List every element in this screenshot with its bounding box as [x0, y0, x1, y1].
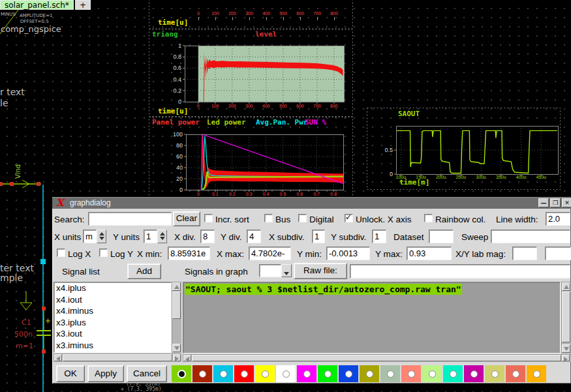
color-swatch[interactable]	[276, 365, 296, 382]
incr-sort-checkbox[interactable]	[204, 214, 213, 222]
signals-in-graph-select[interactable]	[259, 264, 281, 277]
signal-list-item[interactable]: x3.iminus	[54, 340, 171, 352]
svg-text:0.6: 0.6	[173, 65, 181, 71]
signal-list-item[interactable]: x4.iplus	[54, 282, 171, 294]
tab-solar-panel[interactable]: solar_panel.sch*	[0, 0, 74, 10]
scroll-down-button[interactable]	[562, 344, 570, 353]
ok-button[interactable]: OK	[56, 365, 85, 382]
scroll-up-button[interactable]	[172, 282, 181, 291]
signal-list-item[interactable]: x4.iminus	[54, 305, 171, 317]
svg-text:0: 0	[197, 11, 200, 16]
color-swatch[interactable]	[380, 365, 400, 382]
color-swatch[interactable]	[172, 365, 191, 382]
graph-triang-xlabel: time[u]	[158, 107, 188, 115]
y-units-spinner[interactable]	[157, 230, 167, 243]
search-input[interactable]	[88, 212, 172, 226]
color-swatch[interactable]	[339, 365, 358, 382]
raw-file-button[interactable]: Raw file:	[294, 263, 347, 279]
svg-text:400: 400	[262, 11, 270, 16]
spin-down-icon[interactable]	[99, 237, 104, 240]
x-div-input[interactable]: 8	[200, 230, 215, 243]
x-lab-mag-input[interactable]	[512, 247, 537, 260]
color-swatch[interactable]	[234, 365, 254, 382]
scrollbar-thumb[interactable]	[192, 355, 561, 361]
apply-button[interactable]: Apply	[87, 365, 124, 382]
new-tab-button[interactable]: +	[75, 0, 91, 10]
listbox-hscrollbar[interactable]	[54, 354, 181, 362]
digital-checkbox[interactable]	[298, 214, 307, 222]
scrollbar-thumb[interactable]	[172, 292, 181, 319]
selected-expression: "SAOUT; saout % 3 $netlist_dir/autozero_…	[185, 284, 462, 295]
color-swatch[interactable]	[506, 365, 525, 382]
spin-up-icon[interactable]	[160, 232, 165, 235]
svg-text:500: 500	[279, 11, 287, 16]
arrow-up-icon	[174, 285, 179, 289]
x-units-spinner[interactable]	[97, 230, 106, 243]
scroll-right-button[interactable]	[173, 354, 181, 361]
svg-text:0.2: 0.2	[229, 192, 236, 196]
y-units-value[interactable]: 1	[144, 230, 157, 243]
textarea-vscrollbar[interactable]	[561, 282, 571, 354]
color-swatch[interactable]	[255, 365, 275, 382]
maximize-button[interactable]: ❒	[550, 198, 561, 207]
y-div-input[interactable]: 4	[247, 230, 261, 243]
y-lab-mag-input[interactable]	[545, 247, 571, 260]
dataset-input[interactable]	[429, 230, 454, 243]
signal-list-item[interactable]: x4.iout	[54, 294, 171, 306]
textarea-hscrollbar[interactable]	[183, 354, 571, 362]
x-max-input[interactable]: 4.7802e-	[249, 247, 291, 260]
signal-list-item[interactable]: x3.iout	[54, 328, 171, 340]
scrollbar-thumb[interactable]	[63, 354, 172, 361]
scroll-left-button[interactable]	[183, 355, 191, 361]
x-min-input[interactable]: 8.85931e	[168, 247, 210, 260]
x-units-value[interactable]: m	[83, 230, 97, 243]
color-swatch[interactable]	[464, 365, 484, 382]
clear-button[interactable]: Clear	[173, 211, 200, 226]
close-button[interactable]: ✕	[562, 198, 571, 207]
color-swatch[interactable]	[297, 365, 316, 382]
legend-avg-pan-pwr: Avg.Pan. Pwr	[256, 118, 307, 127]
rainbow-checkbox[interactable]	[424, 214, 433, 222]
log-y-checkbox[interactable]	[99, 249, 108, 257]
cancel-button[interactable]: Cancel	[127, 365, 167, 382]
scroll-up-button[interactable]	[562, 282, 570, 291]
signal-list-item[interactable]: x3.iplus	[54, 317, 171, 329]
line-width-label: Line width:	[496, 215, 538, 224]
y-div-label: Y div.	[221, 232, 242, 242]
color-swatch[interactable]	[443, 365, 463, 382]
scrollbar-thumb[interactable]	[562, 292, 570, 342]
unlock-x-axis-checkbox[interactable]	[345, 214, 353, 222]
spin-up-icon[interactable]	[99, 232, 104, 235]
combo-dropdown-button[interactable]	[281, 264, 292, 277]
graph-expression-textarea[interactable]: "SAOUT; saout % 3 $netlist_dir/autozero_…	[183, 282, 561, 354]
listbox-vscrollbar[interactable]	[172, 282, 181, 353]
color-swatch[interactable]	[527, 365, 546, 382]
dialog-titlebar[interactable]: X graphdialog — ❒ ✕	[52, 197, 571, 209]
color-swatch[interactable]	[422, 365, 442, 382]
minimize-button[interactable]: —	[538, 198, 549, 207]
color-swatch[interactable]	[193, 365, 212, 382]
color-swatch[interactable]	[213, 365, 233, 382]
y-min-input[interactable]: -0.0013	[326, 247, 370, 260]
log-x-checkbox[interactable]	[57, 249, 65, 257]
scroll-left-button[interactable]	[54, 354, 62, 361]
add-button[interactable]: Add	[127, 264, 161, 279]
rainbow-label: Rainbow col.	[435, 215, 486, 224]
scroll-down-button[interactable]	[172, 344, 181, 352]
svg-text:0.6: 0.6	[297, 192, 303, 196]
scroll-right-button[interactable]	[562, 355, 570, 361]
bus-checkbox[interactable]	[264, 214, 273, 222]
color-swatch[interactable]	[360, 365, 379, 382]
y-max-input[interactable]: 0.93	[407, 247, 452, 260]
line-width-input[interactable]: 2.0	[546, 212, 570, 226]
color-swatch[interactable]	[401, 365, 421, 382]
signal-listbox[interactable]: x4.iplusx4.ioutx4.iminusx3.iplusx3.ioutx…	[54, 282, 172, 353]
raw-file-input[interactable]	[350, 264, 570, 279]
spin-down-icon[interactable]	[160, 237, 165, 240]
color-swatch[interactable]	[485, 365, 504, 382]
sweep-input[interactable]	[491, 230, 570, 243]
color-swatch[interactable]	[318, 365, 337, 382]
svg-text:40: 40	[176, 164, 183, 171]
x-subdiv-input[interactable]: 1	[312, 230, 325, 243]
y-subdiv-input[interactable]: 1	[372, 230, 386, 243]
